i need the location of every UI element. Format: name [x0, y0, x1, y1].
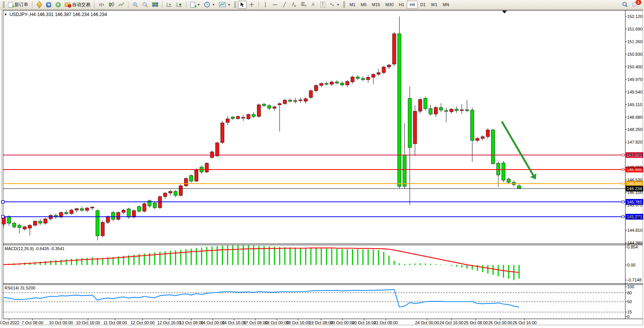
candle[interactable] [117, 212, 120, 219]
candle[interactable] [111, 212, 115, 219]
toolbar-grip[interactable] [343, 1, 345, 8]
candle[interactable] [268, 106, 271, 108]
candle[interactable] [465, 110, 469, 110]
vertical-line-tool-button[interactable]: │ [261, 1, 270, 9]
candle[interactable] [122, 210, 125, 212]
timeframe-m30-button[interactable]: M30 [383, 1, 396, 8]
autotrade-button[interactable]: 自动交易 [63, 1, 92, 9]
candle[interactable] [257, 105, 260, 116]
chevron-down-icon[interactable]: ▼ [4, 13, 7, 16]
depth-of-market-button[interactable] [35, 1, 43, 9]
candle[interactable] [429, 108, 432, 114]
line-chart-mode-button[interactable] [117, 1, 126, 9]
candle[interactable] [80, 208, 84, 210]
candle[interactable] [101, 222, 104, 236]
candle[interactable] [96, 211, 99, 236]
line-handle[interactable] [622, 216, 624, 218]
line-handle[interactable] [2, 200, 4, 203]
candle[interactable] [476, 138, 479, 140]
tile-windows-button[interactable] [151, 1, 160, 9]
candle[interactable] [351, 77, 354, 82]
candle[interactable] [153, 203, 156, 208]
candle[interactable] [320, 83, 323, 85]
candle[interactable] [434, 107, 437, 114]
timeframe-m5-button[interactable]: M5 [358, 1, 369, 8]
candle[interactable] [471, 110, 474, 141]
candle[interactable] [278, 103, 281, 105]
candle[interactable] [294, 101, 297, 102]
line-handle[interactable] [622, 201, 624, 203]
line-handle[interactable] [2, 215, 4, 218]
candle[interactable] [273, 107, 276, 108]
candle[interactable] [398, 34, 401, 186]
zoom-in-button[interactable] [131, 1, 140, 9]
candle[interactable] [106, 217, 110, 222]
candle[interactable] [460, 110, 464, 110]
text-tool-button[interactable]: A [309, 1, 318, 9]
candle[interactable] [247, 115, 250, 119]
candle[interactable] [23, 227, 26, 229]
candle[interactable] [179, 186, 183, 196]
timeframe-m1-button[interactable]: M1 [347, 1, 358, 8]
timeframe-h1-button[interactable]: H1 [396, 1, 407, 8]
candle[interactable] [345, 81, 349, 85]
text-label-tool-button[interactable]: T [318, 1, 327, 9]
candle-chart-mode-button[interactable] [107, 1, 116, 9]
search-button[interactable] [620, 1, 630, 9]
candle[interactable] [335, 82, 339, 83]
horizontal-line-tool-button[interactable]: — [271, 1, 279, 9]
candle[interactable] [340, 83, 344, 85]
crosshair-tool-button[interactable] [247, 1, 256, 9]
candle[interactable] [75, 208, 79, 210]
candle[interactable] [413, 111, 417, 144]
candle[interactable] [241, 117, 245, 118]
candle[interactable] [85, 208, 89, 210]
timeframe-m15-button[interactable]: M15 [369, 1, 382, 8]
candle[interactable] [33, 221, 37, 225]
candle[interactable] [64, 212, 68, 213]
candle[interactable] [392, 34, 396, 64]
candle[interactable] [507, 179, 511, 182]
candle[interactable] [486, 130, 490, 137]
fibonacci-tool-button[interactable]: ☰F [299, 1, 308, 9]
signals-button[interactable]: ) [54, 1, 63, 9]
candle[interactable] [450, 109, 453, 112]
candle[interactable] [382, 67, 385, 73]
candle[interactable] [419, 100, 422, 111]
candle[interactable] [491, 130, 495, 163]
candle[interactable] [366, 77, 370, 79]
candle[interactable] [13, 223, 16, 227]
candle[interactable] [315, 86, 318, 91]
candle[interactable] [262, 104, 266, 106]
candle[interactable] [299, 100, 302, 100]
candle[interactable] [481, 137, 484, 139]
candle[interactable] [502, 163, 505, 180]
candle[interactable] [455, 109, 458, 111]
period-button[interactable]: ▼ [202, 1, 217, 9]
candle[interactable] [361, 78, 365, 79]
candle[interactable] [137, 207, 141, 211]
new-order-button[interactable]: 新订单 [6, 1, 30, 9]
candle[interactable] [387, 65, 391, 67]
zoom-out-button[interactable] [141, 1, 150, 9]
notifications-button[interactable]: 1 [630, 1, 639, 9]
price-chart-canvas[interactable]: 147.381146.886146.405146.234145.781145.2… [0, 10, 644, 328]
timeframe-w1-button[interactable]: W1 [428, 1, 440, 8]
candle[interactable] [356, 77, 360, 79]
candle[interactable] [70, 210, 73, 213]
candle[interactable] [283, 100, 287, 103]
candle[interactable] [377, 73, 380, 74]
candle[interactable] [143, 204, 146, 211]
candle[interactable] [39, 221, 42, 223]
candle[interactable] [174, 191, 177, 196]
candle[interactable] [403, 155, 406, 186]
candle[interactable] [169, 191, 172, 193]
candle[interactable] [517, 186, 521, 188]
candle[interactable] [164, 193, 167, 197]
timeframe-d1-button[interactable]: D1 [418, 1, 428, 8]
candle[interactable] [408, 99, 411, 148]
new-chart-button[interactable]: ▼ [189, 1, 202, 9]
candle[interactable] [496, 163, 500, 175]
cursor-tool-button[interactable] [238, 1, 247, 9]
candle[interactable] [221, 123, 224, 142]
